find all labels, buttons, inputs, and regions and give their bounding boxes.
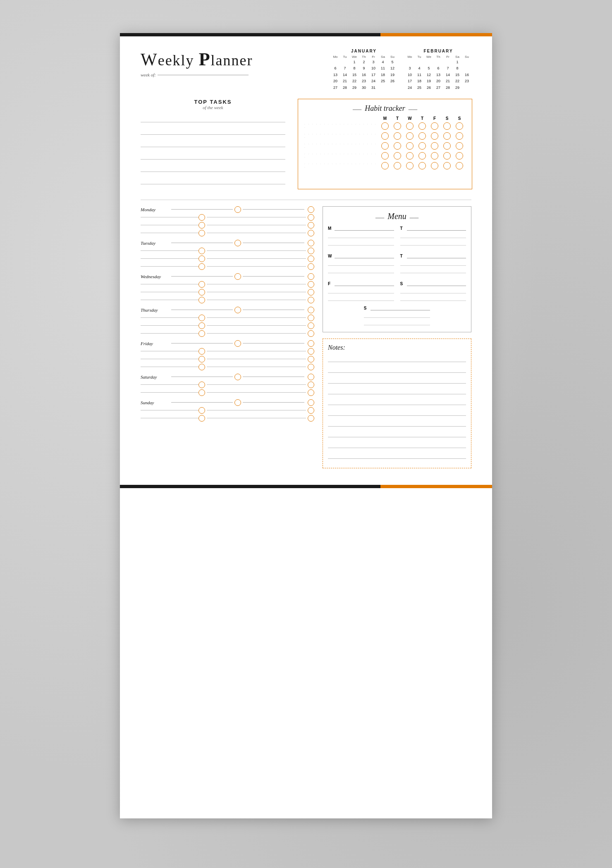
notes-line-5[interactable] (328, 398, 466, 405)
habit-circle[interactable] (381, 162, 389, 169)
schedule-circle[interactable] (198, 222, 205, 229)
thursday-circle-right[interactable] (308, 307, 314, 313)
schedule-circle[interactable] (308, 330, 314, 337)
schedule-circle[interactable] (308, 214, 314, 221)
tuesday-circle-right[interactable] (308, 240, 314, 246)
notes-line-2[interactable] (328, 366, 466, 373)
notes-line-6[interactable] (328, 409, 466, 416)
schedule-circle[interactable] (308, 382, 314, 388)
schedule-circle[interactable] (198, 356, 205, 362)
habit-circle[interactable] (431, 162, 438, 169)
tuesday-circle-left[interactable] (234, 240, 241, 246)
schedule-circle[interactable] (198, 315, 205, 321)
task-line-5[interactable] (141, 165, 285, 172)
habit-circle[interactable] (418, 122, 426, 130)
schedule-circle[interactable] (198, 322, 205, 329)
schedule-circle[interactable] (308, 289, 314, 296)
notes-line-7[interactable] (328, 420, 466, 427)
schedule-circle[interactable] (198, 297, 205, 303)
task-line-1[interactable] (141, 115, 285, 122)
wednesday-circle-right[interactable] (308, 273, 314, 280)
habit-circle[interactable] (456, 162, 463, 169)
schedule-circle[interactable] (308, 297, 314, 303)
schedule-circle[interactable] (198, 289, 205, 296)
habit-circle[interactable] (381, 152, 389, 160)
schedule-circle[interactable] (198, 382, 205, 388)
schedule-circle[interactable] (198, 364, 205, 370)
notes-line-4[interactable] (328, 388, 466, 394)
habit-circle[interactable] (418, 152, 426, 160)
notes-line-1[interactable] (328, 355, 466, 362)
task-line-2[interactable] (141, 127, 285, 135)
schedule-circle[interactable] (308, 222, 314, 229)
sunday-circle-right[interactable] (308, 399, 314, 406)
schedule-circle[interactable] (308, 407, 314, 414)
monday-circle-left[interactable] (234, 206, 241, 213)
habit-circle[interactable] (431, 152, 438, 160)
habit-circle[interactable] (394, 162, 401, 169)
habit-circle[interactable] (443, 162, 451, 169)
schedule-circle[interactable] (308, 315, 314, 321)
schedule-circle[interactable] (198, 348, 205, 355)
habit-circle[interactable] (431, 132, 438, 140)
habit-circle[interactable] (418, 132, 426, 140)
habit-circle[interactable] (431, 122, 438, 130)
habit-circle[interactable] (406, 132, 414, 140)
schedule-circle[interactable] (308, 415, 314, 422)
habit-circle[interactable] (418, 162, 426, 169)
thursday-circle-left[interactable] (234, 307, 241, 313)
habit-circle[interactable] (406, 152, 414, 160)
habit-circle[interactable] (443, 122, 451, 130)
schedule-circle[interactable] (308, 248, 314, 254)
habit-circle[interactable] (406, 142, 414, 150)
task-line-4[interactable] (141, 152, 285, 160)
schedule-circle[interactable] (308, 364, 314, 370)
schedule-circle[interactable] (198, 263, 205, 270)
schedule-circle[interactable] (308, 281, 314, 288)
schedule-circle[interactable] (198, 330, 205, 337)
habit-circle[interactable] (381, 132, 389, 140)
habit-circle[interactable] (418, 142, 426, 150)
habit-circle[interactable] (456, 122, 463, 130)
habit-circle[interactable] (381, 122, 389, 130)
schedule-circle[interactable] (198, 248, 205, 254)
sunday-circle-left[interactable] (234, 399, 241, 406)
schedule-circle[interactable] (198, 230, 205, 236)
habit-circle[interactable] (394, 152, 401, 160)
habit-circle[interactable] (443, 152, 451, 160)
habit-circle[interactable] (394, 132, 401, 140)
week-of-line[interactable] (158, 75, 249, 75)
notes-line-3[interactable] (328, 377, 466, 384)
schedule-circle[interactable] (308, 255, 314, 262)
schedule-circle[interactable] (308, 389, 314, 396)
habit-circle[interactable] (443, 142, 451, 150)
friday-circle-right[interactable] (308, 340, 314, 347)
schedule-circle[interactable] (308, 263, 314, 270)
monday-circle-right[interactable] (308, 206, 314, 213)
saturday-circle-right[interactable] (308, 374, 314, 380)
habit-circle[interactable] (406, 122, 414, 130)
habit-circle[interactable] (381, 142, 389, 150)
habit-circle[interactable] (443, 132, 451, 140)
schedule-circle[interactable] (308, 348, 314, 355)
task-line-3[interactable] (141, 140, 285, 147)
habit-circle[interactable] (456, 132, 463, 140)
schedule-circle[interactable] (308, 356, 314, 362)
schedule-circle[interactable] (198, 415, 205, 422)
habit-circle[interactable] (456, 152, 463, 160)
schedule-circle[interactable] (198, 407, 205, 414)
habit-circle[interactable] (394, 142, 401, 150)
saturday-circle-left[interactable] (234, 374, 241, 380)
schedule-circle[interactable] (308, 322, 314, 329)
habit-circle[interactable] (394, 122, 401, 130)
notes-line-9[interactable] (328, 441, 466, 448)
schedule-circle[interactable] (198, 389, 205, 396)
notes-line-10[interactable] (328, 452, 466, 459)
friday-circle-left[interactable] (234, 340, 241, 347)
schedule-circle[interactable] (308, 230, 314, 236)
wednesday-circle-left[interactable] (234, 273, 241, 280)
habit-circle[interactable] (406, 162, 414, 169)
schedule-circle[interactable] (198, 214, 205, 221)
habit-circle[interactable] (456, 142, 463, 150)
schedule-circle[interactable] (198, 255, 205, 262)
